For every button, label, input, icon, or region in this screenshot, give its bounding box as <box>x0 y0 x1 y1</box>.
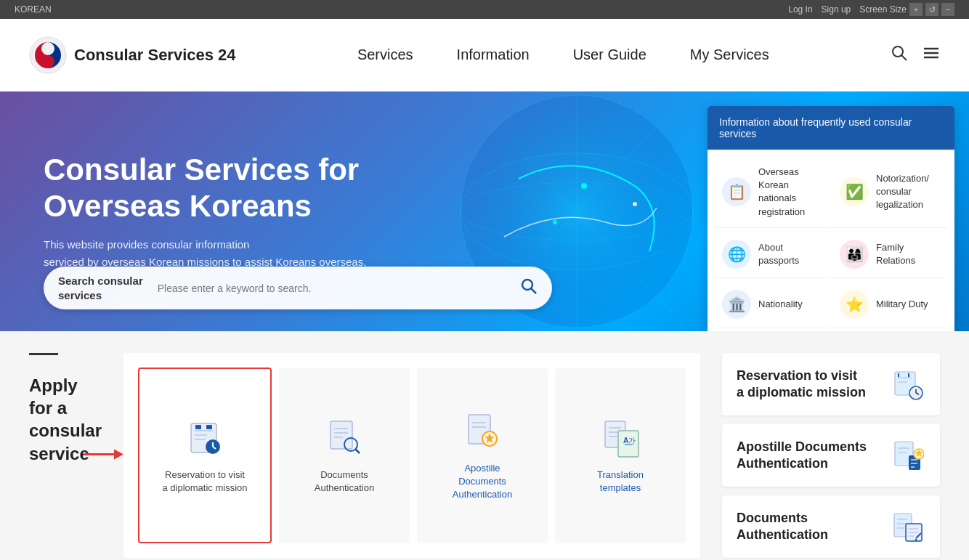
svg-point-15 <box>553 220 557 224</box>
screen-size-controls: Screen Size + ↺ − <box>859 3 954 16</box>
search-button[interactable] <box>891 44 908 66</box>
svg-point-14 <box>633 202 637 206</box>
search-icon <box>891 44 908 62</box>
arrow-indicator <box>84 444 123 468</box>
signup-link[interactable]: Sign up <box>822 4 851 15</box>
service-card-reservation[interactable]: Reservation to visita diplomatic mission <box>138 368 272 543</box>
reservation-svg <box>185 418 225 458</box>
info-label-passports: About passports <box>758 241 822 267</box>
logo-text: Consular Services 24 <box>74 46 236 65</box>
info-icon-passports: 🌐 <box>722 240 751 269</box>
info-label-overseas: Overseas Korean nationals registration <box>758 166 822 219</box>
info-panel: Information about frequently used consul… <box>708 106 954 331</box>
nav-information[interactable]: Information <box>457 46 530 63</box>
sidebar-apostille-icon <box>889 437 925 474</box>
nav-services[interactable]: Services <box>357 46 413 63</box>
section-divider <box>29 353 58 355</box>
svg-point-13 <box>581 183 587 189</box>
sidebar-card-apostille[interactable]: Apostille DocumentsAuthentication <box>722 424 940 487</box>
reservation-label: Reservation to visita diplomatic mission <box>162 468 247 495</box>
svg-point-1 <box>893 46 903 57</box>
apostille-svg <box>463 411 503 451</box>
service-card-docs-auth[interactable]: DocumentsAuthentication <box>279 368 410 543</box>
docs-auth-label: DocumentsAuthentication <box>315 468 374 495</box>
svg-line-2 <box>901 55 907 60</box>
info-panel-header: Information about frequently used consul… <box>708 106 954 150</box>
reservation-icon <box>183 416 227 460</box>
info-icon-overseas: 📋 <box>722 177 751 206</box>
info-item-nationality[interactable]: 🏛️ Nationality <box>715 281 830 328</box>
sidebar-docs-auth-svg <box>891 511 924 543</box>
info-icon-nationality: 🏛️ <box>722 290 751 319</box>
hero-title: Consular Services for Overseas Koreans <box>44 152 392 225</box>
info-label-nationality: Nationality <box>758 298 803 311</box>
main-nav: Services Information User Guide My Servi… <box>357 46 769 63</box>
language-selector[interactable]: KOREAN <box>15 4 52 15</box>
info-label-notorization: Notorization/ consular legalization <box>876 172 940 212</box>
screen-size-minus[interactable]: − <box>941 3 954 16</box>
login-link[interactable]: Log In <box>788 4 812 15</box>
info-item-notorization[interactable]: ✅ Notorization/ consular legalization <box>832 157 947 228</box>
svg-line-34 <box>355 449 360 453</box>
svg-line-17 <box>531 288 536 293</box>
hamburger-icon <box>923 44 940 62</box>
search-submit-icon <box>520 277 538 295</box>
search-submit-button[interactable] <box>520 277 538 299</box>
svg-rect-25 <box>206 425 212 429</box>
apostille-icon <box>461 410 504 453</box>
info-label-military: Military Duty <box>876 298 928 311</box>
service-card-translation[interactable]: A 가 Translationtemplates <box>555 368 686 543</box>
sidebar-reservation-icon <box>889 366 925 402</box>
main-content: Applyfor aconsularservice <box>0 331 969 560</box>
info-icon-military: ⭐ <box>840 290 869 319</box>
sidebar-reservation-svg <box>891 368 924 401</box>
search-bar: Search consularservices <box>44 267 552 309</box>
translation-svg: A 가 <box>601 418 641 458</box>
svg-rect-29 <box>331 421 352 449</box>
info-item-family[interactable]: 👨‍👩‍👧 Family Relations <box>832 231 947 278</box>
service-card-apostille[interactable]: ApostilleDocumentsAuthentication <box>417 368 548 543</box>
top-bar: KOREAN Log In Sign up Screen Size + ↺ − <box>0 0 969 19</box>
svg-rect-24 <box>195 425 201 429</box>
red-arrow-icon <box>84 444 123 466</box>
menu-button[interactable] <box>923 44 940 66</box>
info-item-military[interactable]: ⭐ Military Duty <box>832 281 947 328</box>
svg-point-16 <box>522 280 532 290</box>
services-grid: Reservation to visita diplomatic mission… <box>123 353 700 558</box>
search-input[interactable] <box>158 283 520 294</box>
search-label: Search consularservices <box>58 274 143 302</box>
header: Consular Services 24 Services Informatio… <box>0 19 969 92</box>
svg-text:가: 가 <box>628 437 636 445</box>
info-icon-family: 👨‍👩‍👧 <box>840 240 869 269</box>
sidebar-reservation-title: Reservation to visita diplomatic mission <box>737 368 889 402</box>
sidebar-card-docs-auth[interactable]: DocumentsAuthentication <box>722 495 940 558</box>
docs-auth-svg <box>325 418 365 458</box>
sidebar-apostille-svg <box>891 439 924 472</box>
search-bar-container: Search consularservices <box>44 267 552 309</box>
info-icon-notorization: ✅ <box>840 177 869 206</box>
screen-size-label: Screen Size <box>859 4 907 15</box>
nav-userguide[interactable]: User Guide <box>573 46 646 63</box>
svg-marker-19 <box>114 450 123 460</box>
nav-myservices[interactable]: My Services <box>690 46 769 63</box>
info-label-family: Family Relations <box>876 241 940 267</box>
logo[interactable]: Consular Services 24 <box>29 36 236 74</box>
right-sidebar: Reservation to visita diplomatic mission… <box>722 353 940 558</box>
logo-icon <box>29 36 67 74</box>
screen-size-plus[interactable]: + <box>909 3 923 16</box>
screen-size-reset[interactable]: ↺ <box>925 3 938 16</box>
hero-section: Consular Services for Overseas Koreans T… <box>0 92 969 331</box>
apply-section: Applyfor aconsularservice <box>29 353 700 558</box>
top-bar-right: Log In Sign up Screen Size + ↺ − <box>788 3 954 16</box>
sidebar-apostille-title: Apostille DocumentsAuthentication <box>737 439 889 473</box>
translation-icon: A 가 <box>599 416 642 460</box>
info-item-overseas-korean[interactable]: 📋 Overseas Korean nationals registration <box>715 157 830 228</box>
apostille-label: ApostilleDocumentsAuthentication <box>453 462 512 502</box>
sidebar-docs-auth-icon <box>889 508 925 545</box>
header-icons <box>891 44 940 66</box>
translation-label: Translationtemplates <box>597 468 644 495</box>
docs-auth-icon <box>323 416 366 460</box>
sidebar-docs-auth-title: DocumentsAuthentication <box>737 510 889 544</box>
sidebar-card-reservation[interactable]: Reservation to visita diplomatic mission <box>722 353 940 415</box>
info-item-passports[interactable]: 🌐 About passports <box>715 231 830 278</box>
